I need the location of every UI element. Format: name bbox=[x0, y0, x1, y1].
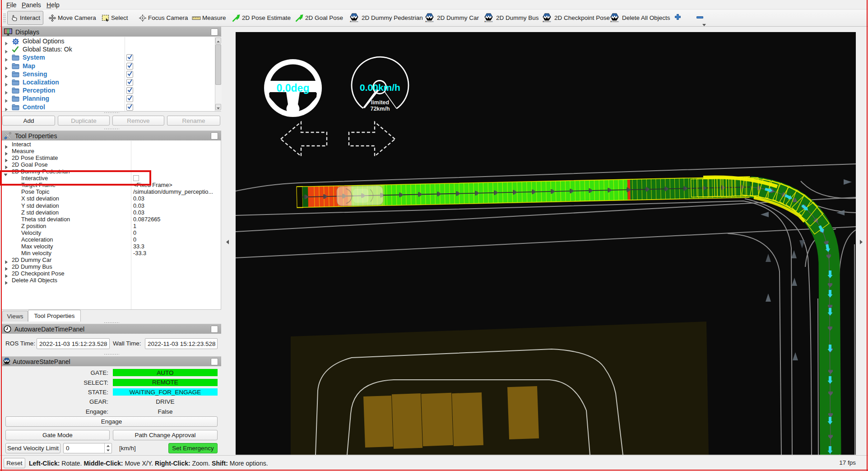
svg-text:limited: limited bbox=[371, 99, 389, 106]
svg-text:72km/h: 72km/h bbox=[370, 106, 390, 112]
svg-text:0.0deg: 0.0deg bbox=[277, 82, 310, 94]
svg-text:0.00km/h: 0.00km/h bbox=[360, 82, 400, 93]
